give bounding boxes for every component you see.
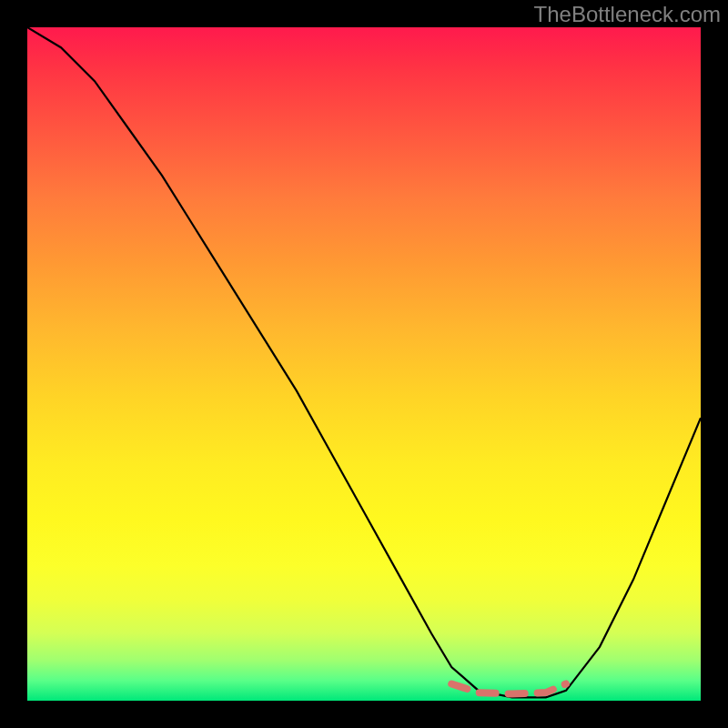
watermark-text: TheBottleneck.com — [534, 2, 721, 27]
chart-svg — [27, 27, 701, 701]
optimal-range-marker — [451, 684, 566, 694]
chart-plot-area — [27, 27, 701, 701]
bottleneck-curve — [27, 27, 701, 697]
